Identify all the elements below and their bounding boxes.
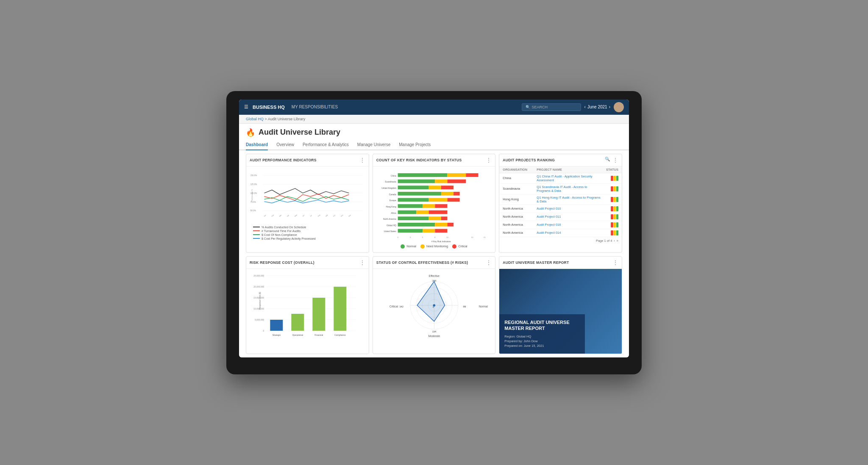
ranking-column-headers: ORGANISATION PROJECT NAME STATUS [499, 166, 622, 173]
card-header-actions: 🔍 ⋮ [605, 157, 618, 163]
status-icon-5 [611, 214, 618, 219]
tab-manage-projects[interactable]: Manage Projects [399, 140, 431, 150]
svg-text:5: 5 [422, 236, 423, 238]
card-header-key-risk: COUNT OF KEY RISK INDICATORS BY STATUS ⋮ [373, 154, 495, 166]
svg-text:150.0%: 150.0% [250, 174, 257, 176]
svg-rect-46 [447, 179, 466, 183]
svg-text:20,000,000: 20,000,000 [253, 285, 264, 288]
legend-label-monitoring: Need Monitoring [426, 245, 448, 248]
svg-text:Aug: Aug [317, 214, 321, 217]
card-menu-master-report[interactable]: ⋮ [612, 259, 618, 266]
audit-performance-svg: 150.0% 125.0% 100.0% 75.0% 50.0% [250, 169, 365, 224]
svg-rect-78 [614, 197, 616, 202]
breadcrumb-home[interactable]: Global HQ [246, 117, 264, 121]
page-title: Audit Universe Library [259, 128, 340, 137]
svg-rect-73 [616, 176, 618, 181]
radar-chart-area: Effective Normal Moderate Critical 200 8… [376, 271, 492, 339]
tab-manage-universe[interactable]: Manage Universe [357, 140, 390, 150]
legend-label-1: % Audits Conducted On Schedule [262, 226, 306, 229]
card-header-master-report: AUDIT UNIVERSE MASTER REPORT ⋮ [499, 257, 622, 269]
svg-rect-86 [611, 222, 613, 227]
legend-label-critical: Critical [458, 245, 467, 248]
card-header-risk-response: RISK RESPONSE COST (OVERALL) ⋮ [246, 257, 369, 269]
card-control-effectiveness: STATUS OF CONTROL EFFECTIVENESS (# RISKS… [373, 256, 496, 354]
svg-text:8: 8 [434, 236, 436, 238]
card-body-risk-response: Response Cost ($) 25,000,000 20,000,000 … [246, 269, 369, 344]
next-month-icon[interactable]: › [609, 105, 610, 109]
breadcrumb-current: Audit Universe Library [268, 117, 306, 121]
current-month: June 2021 [587, 105, 607, 109]
svg-text:Operational: Operational [292, 334, 303, 336]
svg-rect-42 [447, 173, 466, 177]
line-chart-audit-performance: 150.0% 125.0% 100.0% 75.0% 50.0% [250, 169, 365, 224]
card-audit-performance: AUDIT PERFORMANCE INDICATORS ⋮ 150.0% 12… [246, 154, 369, 253]
svg-text:Compliance: Compliance [334, 334, 346, 336]
status-icon-1 [611, 176, 618, 181]
search-box[interactable]: 🔍 SEARCH [522, 103, 581, 111]
tabs-bar: Dashboard Overview Performance & Analyti… [239, 140, 629, 150]
pagination: Page 1 of 4 › » [499, 237, 622, 244]
table-row: Hong Kong Q1 Hong Kong IT Audit - Access… [499, 194, 622, 205]
svg-text:89: 89 [463, 305, 466, 307]
card-menu-key-risk[interactable]: ⋮ [486, 157, 492, 163]
legend-dot-critical [452, 244, 456, 249]
svg-text:15: 15 [483, 236, 485, 238]
card-master-report: AUDIT UNIVERSE MASTER REPORT ⋮ Regional … [499, 256, 622, 354]
svg-rect-91 [616, 230, 618, 235]
prev-month-icon[interactable]: ‹ [584, 105, 586, 109]
legend-line-1 [253, 227, 260, 227]
svg-rect-63 [428, 216, 441, 220]
card-menu-risk-response[interactable]: ⋮ [359, 259, 365, 266]
svg-rect-69 [423, 229, 435, 233]
svg-rect-77 [611, 197, 613, 202]
svg-text:Dec: Dec [348, 214, 352, 217]
svg-text:10,000,000: 10,000,000 [253, 307, 264, 310]
svg-text:25,000,000: 25,000,000 [253, 274, 264, 277]
table-row: Scandinavia Q1 Scandinavia IT Audit - Ac… [499, 184, 622, 194]
status-icon-3 [611, 197, 618, 202]
status-icon-7 [611, 230, 618, 235]
nav-link-responsibilities[interactable]: MY RESPONSIBILITIES [292, 105, 338, 109]
legend-monitoring: Need Monitoring [420, 244, 448, 249]
svg-point-129 [433, 304, 435, 307]
status-icon-2 [611, 186, 618, 191]
svg-rect-43 [466, 173, 478, 177]
svg-rect-68 [398, 229, 422, 233]
tab-performance[interactable]: Performance & Analytics [303, 140, 349, 150]
svg-rect-56 [398, 204, 422, 208]
svg-rect-48 [428, 185, 441, 189]
dashboard-bottom-row: RISK RESPONSE COST (OVERALL) ⋮ Response … [239, 256, 629, 357]
report-overlay: REGIONAL AUDIT UNIVERSE MASTER REPORT Re… [499, 314, 585, 353]
card-menu-control-effectiveness[interactable]: ⋮ [486, 259, 492, 266]
svg-rect-75 [614, 186, 616, 191]
hamburger-icon[interactable]: ☰ [244, 104, 248, 110]
table-row: North America Audit Project 014 [499, 229, 622, 237]
svg-text:Global HQ: Global HQ [387, 224, 396, 226]
search-icon-projects[interactable]: 🔍 [605, 157, 610, 163]
tab-dashboard[interactable]: Dashboard [246, 140, 268, 150]
svg-rect-54 [428, 198, 447, 202]
avatar[interactable] [614, 102, 624, 112]
legend-dot-normal [401, 244, 405, 249]
svg-rect-89 [611, 230, 613, 235]
svg-text:Scandinavia: Scandinavia [385, 181, 396, 183]
audit-performance-legend: % Audits Conducted On Schedule # Turnaro… [250, 224, 365, 242]
svg-text:Jan: Jan [264, 214, 267, 217]
svg-rect-60 [416, 210, 428, 214]
svg-rect-83 [611, 214, 613, 219]
svg-text:142: 142 [399, 305, 403, 307]
svg-text:Financial: Financial [314, 334, 323, 336]
svg-text:Jun: Jun [302, 214, 305, 217]
svg-text:13: 13 [471, 236, 473, 238]
svg-text:Normal: Normal [479, 304, 488, 307]
pagination-next-icon[interactable]: › [614, 239, 615, 243]
svg-rect-88 [616, 222, 618, 227]
pagination-last-icon[interactable]: » [617, 239, 618, 243]
tab-overview[interactable]: Overview [276, 140, 294, 150]
card-menu-audit-performance[interactable]: ⋮ [359, 157, 365, 163]
svg-text:125.0%: 125.0% [250, 183, 257, 185]
svg-text:5,000,000: 5,000,000 [255, 318, 264, 321]
svg-text:Effective: Effective [428, 274, 439, 277]
card-menu-projects[interactable]: ⋮ [612, 157, 618, 163]
svg-rect-65 [398, 222, 435, 226]
